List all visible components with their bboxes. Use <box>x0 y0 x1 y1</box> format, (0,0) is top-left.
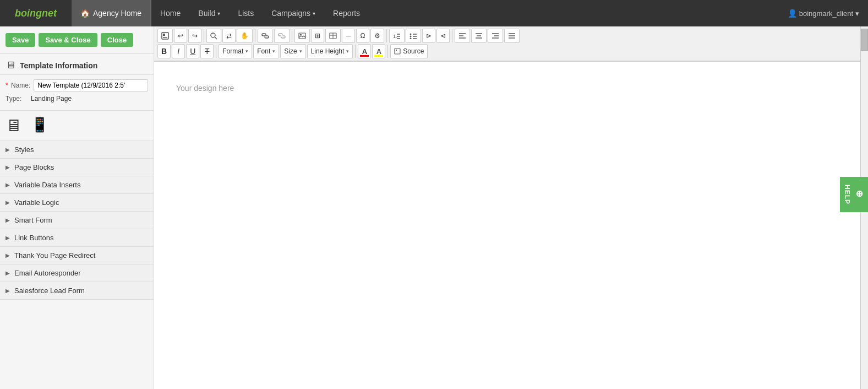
close-button[interactable]: Close <box>101 33 133 47</box>
toolbar-indent-btn[interactable]: ⊲ <box>436 29 450 43</box>
main-container: Save Save & Close Close 🖥 Template Infor… <box>0 26 868 389</box>
section-label-email-autoresponder: Email Autoresponder <box>14 269 81 277</box>
section-arrow-variable-logic: ▶ <box>6 199 10 206</box>
user-label: boingmark_client <box>799 9 853 18</box>
section-thank-you-page-redirect: ▶Thank You Page Redirect <box>0 247 154 264</box>
toolbar-bg-color-btn[interactable]: A <box>372 44 385 58</box>
nav-agency-home[interactable]: 🏠 Agency Home <box>72 0 151 26</box>
size-dropdown-arrow: ▾ <box>299 48 302 54</box>
toolbar-strikethrough-btn[interactable]: T <box>200 44 214 58</box>
canvas-area[interactable]: Your design here <box>154 62 860 389</box>
toolbar-align-left-btn[interactable] <box>455 29 470 43</box>
nav-home[interactable]: Home <box>151 0 189 26</box>
name-input[interactable] <box>34 79 148 91</box>
toolbar-sep-2 <box>255 29 255 42</box>
bg-color-indicator <box>374 55 383 57</box>
toolbar-replace-btn[interactable]: ⇄ <box>222 29 236 43</box>
save-close-button[interactable]: Save & Close <box>39 33 97 47</box>
toolbar-ol-btn[interactable]: 1. <box>389 29 405 43</box>
section-header-variable-data-inserts[interactable]: ▶Variable Data Inserts <box>0 176 154 193</box>
svg-text:1.: 1. <box>393 34 397 39</box>
scrollbar-thumb[interactable] <box>861 29 868 51</box>
toolbar-template-btn[interactable] <box>157 29 173 43</box>
section-header-link-buttons[interactable]: ▶Link Buttons <box>0 229 154 246</box>
user-icon: 👤 <box>788 9 797 18</box>
section-header-page-blocks[interactable]: ▶Page Blocks <box>0 159 154 176</box>
tablet-icon[interactable]: 📱 <box>31 116 48 135</box>
nav-build-label: Build <box>198 9 215 18</box>
section-header-email-autoresponder[interactable]: ▶Email Autoresponder <box>0 264 154 282</box>
nav-home-label: Home <box>160 9 181 18</box>
brand-logo: boingnet <box>15 8 57 19</box>
toolbar-size-label: Size <box>284 47 297 55</box>
toolbar-multiimage-btn[interactable]: ⊞ <box>311 29 324 43</box>
canvas-inner: Your design here <box>154 62 860 282</box>
brand-logo-container: boingnet <box>0 8 72 19</box>
toolbar-outdent-btn[interactable]: ⊳ <box>422 29 435 43</box>
toolbar-justify-btn[interactable] <box>504 29 520 43</box>
toolbar-hand-btn[interactable]: ✋ <box>237 29 253 43</box>
toolbar-redo-btn[interactable]: ↪ <box>188 29 201 43</box>
section-styles: ▶Styles <box>0 141 154 159</box>
section-arrow-thank-you-page-redirect: ▶ <box>6 252 10 258</box>
toolbar-lineheight-dropdown[interactable]: Line Height ▾ <box>307 44 353 58</box>
svg-point-3 <box>211 33 215 37</box>
section-link-buttons: ▶Link Buttons <box>0 229 154 247</box>
desktop-icon[interactable]: 🖥 <box>6 116 22 135</box>
nav-campaigns[interactable]: Campaigns ▾ <box>263 0 324 26</box>
section-label-smart-form: Smart Form <box>14 216 52 224</box>
svg-point-15 <box>410 34 412 35</box>
font-color-a-icon: A <box>362 47 367 56</box>
nav-build[interactable]: Build ▾ <box>189 0 229 26</box>
nav-lists[interactable]: Lists <box>229 0 263 26</box>
collapsible-sections: ▶Styles▶Page Blocks▶Variable Data Insert… <box>0 141 154 300</box>
toolbar-source-btn[interactable]: Source <box>390 44 428 58</box>
toolbar-italic-btn[interactable]: I <box>172 44 185 58</box>
svg-rect-34 <box>396 50 397 51</box>
toolbar-align-center-btn[interactable] <box>471 29 487 43</box>
toolbar-underline-btn[interactable]: U <box>186 44 199 58</box>
section-header-salesforce-lead-form[interactable]: ▶Salesforce Lead Form <box>0 282 154 299</box>
format-dropdown-arrow: ▾ <box>245 48 248 54</box>
toolbar-unlink-btn[interactable] <box>274 29 290 43</box>
toolbar-font-dropdown[interactable]: Font ▾ <box>253 44 279 58</box>
nav-reports[interactable]: Reports <box>324 0 369 26</box>
toolbar-undo-btn[interactable]: ↩ <box>174 29 187 43</box>
section-arrow-variable-data-inserts: ▶ <box>6 182 10 188</box>
toolbar-image-btn[interactable] <box>294 29 310 43</box>
toolbar-format-dropdown[interactable]: Format ▾ <box>219 44 252 58</box>
font-color-indicator <box>360 55 369 57</box>
section-variable-logic: ▶Variable Logic <box>0 194 154 212</box>
help-button[interactable]: HELP ⊕ <box>840 177 868 212</box>
toolbar-search-btn[interactable] <box>206 29 221 43</box>
template-fields: * Name: Type: Landing Page <box>0 75 154 111</box>
toolbar-size-dropdown[interactable]: Size ▾ <box>280 44 305 58</box>
toolbar-special-char-btn[interactable]: Ω <box>356 29 369 43</box>
required-star: * <box>6 82 8 89</box>
toolbar: ↩ ↪ ⇄ ✋ ⊞ <box>154 26 860 62</box>
section-label-thank-you-page-redirect: Thank You Page Redirect <box>14 251 95 260</box>
build-caret-icon: ▾ <box>217 10 220 17</box>
svg-point-16 <box>410 36 412 37</box>
section-header-smart-form[interactable]: ▶Smart Form <box>0 212 154 229</box>
toolbar-font-color-btn[interactable]: A <box>358 44 371 58</box>
toolbar-bold-btn[interactable]: B <box>157 44 171 58</box>
save-button[interactable]: Save <box>6 33 35 47</box>
navbar: boingnet 🏠 Agency Home Home Build ▾ List… <box>0 0 868 26</box>
section-arrow-styles: ▶ <box>6 147 10 153</box>
toolbar-settings-btn[interactable]: ⚙ <box>370 29 384 43</box>
toolbar-hr-btn[interactable]: ─ <box>342 29 355 43</box>
toolbar-ul-btn[interactable] <box>406 29 421 43</box>
section-arrow-salesforce-lead-form: ▶ <box>6 288 10 294</box>
toolbar-link-btn[interactable] <box>258 29 273 43</box>
toolbar-align-right-btn[interactable] <box>488 29 503 43</box>
section-header-styles[interactable]: ▶Styles <box>0 141 154 158</box>
name-field-row: * Name: <box>6 79 148 91</box>
user-menu[interactable]: 👤 boingmark_client ▾ <box>788 9 868 18</box>
section-arrow-email-autoresponder: ▶ <box>6 270 10 276</box>
type-value: Landing Page <box>31 95 72 102</box>
section-header-thank-you-page-redirect[interactable]: ▶Thank You Page Redirect <box>0 247 154 264</box>
toolbar-table-btn[interactable] <box>325 29 341 43</box>
svg-rect-6 <box>299 33 305 39</box>
section-header-variable-logic[interactable]: ▶Variable Logic <box>0 194 154 211</box>
